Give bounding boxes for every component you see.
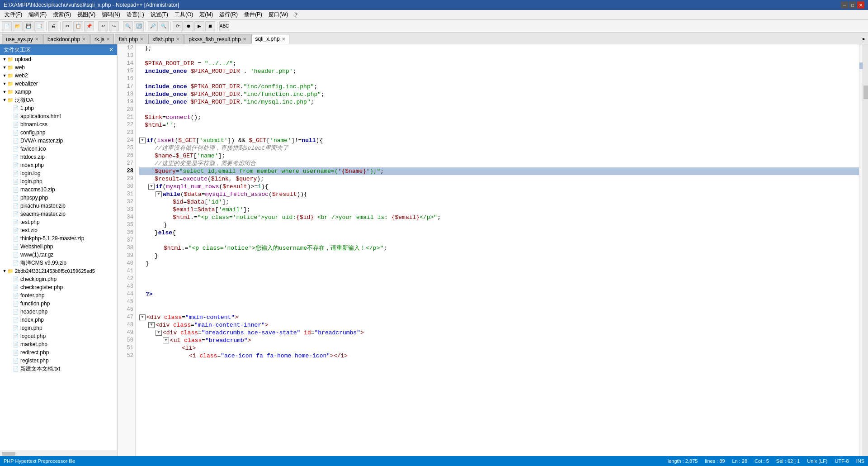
sidebar-hscroll[interactable] <box>0 451 117 456</box>
menu-plugins[interactable]: 插件(P) <box>241 10 265 19</box>
tab-rk-js[interactable]: rk.js ✕ <box>90 34 114 44</box>
sidebar-item-applications[interactable]: 📄 applications.html <box>0 112 117 120</box>
tool-save-all[interactable]: 📑 <box>34 21 44 31</box>
sidebar-item-thinkphp[interactable]: 📄 thinkphp-5.1.29-master.zip <box>0 234 117 243</box>
tool-zoom-in[interactable]: 🔎 <box>148 21 158 31</box>
sidebar-item-market[interactable]: 📄 market.php <box>0 340 117 348</box>
tab-close-icon[interactable]: ✕ <box>106 37 110 42</box>
tab-xfish-php[interactable]: xfish.php ✕ <box>148 34 184 44</box>
sidebar-item-redirect[interactable]: 📄 redirect.php <box>0 348 117 357</box>
sidebar-item-footer[interactable]: 📄 footer.php <box>0 291 117 300</box>
close-button[interactable]: ✕ <box>857 1 864 9</box>
sidebar-item-www[interactable]: 📄 www(1).tar.gz <box>0 251 117 259</box>
sidebar-item-favicon[interactable]: 📄 favicon.ico <box>0 145 117 153</box>
tool-spellcheck[interactable]: ABC <box>219 21 229 31</box>
tab-use-sys-py[interactable]: use_sys.py ✕ <box>2 34 42 44</box>
sidebar-item-config[interactable]: 📄 config.php <box>0 128 117 137</box>
menu-edit[interactable]: 编辑(E) <box>26 10 49 19</box>
menu-language[interactable]: 语言(L) <box>124 10 147 19</box>
tab-close-icon[interactable]: ✕ <box>243 37 246 42</box>
sidebar-item-web[interactable]: ▼ 📁 web <box>0 63 117 71</box>
sidebar-item-logout[interactable]: 📄 logout.php <box>0 332 117 340</box>
menu-run[interactable]: 运行(R) <box>217 10 241 19</box>
sidebar-item-checkregister[interactable]: 📄 checkregister.php <box>0 283 117 291</box>
menu-window[interactable]: 窗口(W) <box>266 10 291 19</box>
tab-fish-php[interactable]: fish.php ✕ <box>115 34 147 44</box>
hscroll-thumb[interactable] <box>2 452 15 456</box>
tool-sync[interactable]: ⟳ <box>173 21 183 31</box>
sidebar-item-web2[interactable]: ▼ 📁 web2 <box>0 71 117 80</box>
sidebar-item-bitnami[interactable]: 📄 bitnami.css <box>0 120 117 128</box>
sidebar-item-testzip[interactable]: 📄 test.zip <box>0 226 117 234</box>
code-lines[interactable]: }; $PIKA_ROOT_DIR = "../../"; include_on… <box>136 44 859 456</box>
sidebar-item-seacms[interactable]: 📄 seacms-master.zip <box>0 210 117 218</box>
sidebar-item-htdocs[interactable]: 📄 htdocs.zip <box>0 153 117 161</box>
sidebar-item-index[interactable]: 📄 index.php <box>0 161 117 169</box>
sidebar-item-pikachu[interactable]: 📄 pikachu-master.zip <box>0 202 117 210</box>
sidebar-item-function[interactable]: 📄 function.php <box>0 300 117 308</box>
tool-cut[interactable]: ✂ <box>62 21 72 31</box>
menu-settings[interactable]: 设置(T) <box>148 10 171 19</box>
tab-close-icon[interactable]: ✕ <box>35 37 38 42</box>
sidebar-item-loginphp[interactable]: 📄 login.php <box>0 177 117 185</box>
tab-sqli-x-php[interactable]: sqli_x.php ✕ <box>251 34 289 44</box>
tool-paste[interactable]: 📌 <box>84 21 94 31</box>
sidebar-item-login2[interactable]: 📄 login.php <box>0 324 117 332</box>
tool-replace[interactable]: 🔄 <box>134 21 144 31</box>
sidebar-item-2bdb[interactable]: ▼ 📁 2bdb24f33121453b8f5c0159625ad5 <box>0 267 117 275</box>
tool-new[interactable]: 📄 <box>2 21 12 31</box>
sidebar-item-haiyang[interactable]: 📄 海洋CMS v9.99.zip <box>0 259 117 267</box>
fold-marker-31[interactable]: ▼ <box>156 191 162 197</box>
fold-marker-48[interactable]: ▼ <box>148 322 155 328</box>
menu-macro[interactable]: 宏(M) <box>197 10 216 19</box>
menu-search[interactable]: 搜索(S) <box>50 10 74 19</box>
fold-marker-30[interactable]: ▼ <box>148 184 155 190</box>
menu-encoding[interactable]: 编码(N) <box>99 10 123 19</box>
sidebar-item-phpspy[interactable]: 📄 phpspy.php <box>0 194 117 202</box>
tool-save[interactable]: 💾 <box>24 21 33 31</box>
tab-backdoor-php[interactable]: backdoor.php ✕ <box>43 34 90 44</box>
tab-close-icon[interactable]: ✕ <box>140 37 143 42</box>
sidebar-item-webshell[interactable]: 📄 Webshell.php <box>0 243 117 251</box>
tool-zoom-out[interactable]: 🔍 <box>159 21 169 31</box>
sidebar-item-1php[interactable]: 📄 1.php <box>0 104 117 112</box>
fold-marker-50[interactable]: ▼ <box>163 338 169 343</box>
sidebar-item-xampp[interactable]: ▼ 📁 xampp <box>0 88 117 96</box>
sidebar-item-register[interactable]: 📄 register.php <box>0 357 117 365</box>
fold-marker-49[interactable]: ▼ <box>156 330 162 336</box>
minimize-button[interactable]: ─ <box>841 1 848 9</box>
scrollbar-thumb[interactable] <box>863 86 868 99</box>
tab-close-icon[interactable]: ✕ <box>282 37 285 42</box>
menu-tools[interactable]: 工具(O) <box>172 10 196 19</box>
restore-button[interactable]: □ <box>849 1 856 9</box>
sidebar-item-header[interactable]: 📄 header.php <box>0 308 117 316</box>
sidebar-item-dvwa[interactable]: 📄 DVWA-master.zip <box>0 137 117 145</box>
tab-close-icon[interactable]: ✕ <box>176 37 179 42</box>
fold-marker-24[interactable]: ▼ <box>139 138 146 143</box>
tool-macro-stop[interactable]: ⏹ <box>205 21 215 31</box>
menu-file[interactable]: 文件(F) <box>2 10 25 19</box>
sidebar-item-webalizer[interactable]: ▼ 📁 webalizer <box>0 80 117 88</box>
sidebar-item-testphp[interactable]: 📄 test.php <box>0 218 117 226</box>
menu-view[interactable]: 视图(V) <box>75 10 98 19</box>
sidebar-item-loginlog[interactable]: 📄 login.log <box>0 169 117 177</box>
tab-pkxss-fish-result[interactable]: pkxss_fish_result.php ✕ <box>184 34 250 44</box>
tool-macro-play[interactable]: ▶ <box>194 21 204 31</box>
sidebar-item-upload[interactable]: ▼ 📁 upload <box>0 55 117 63</box>
tool-open[interactable]: 📂 <box>13 21 23 31</box>
tab-scroll-right[interactable]: ▶ <box>860 34 868 44</box>
fold-marker-47[interactable]: ▼ <box>139 314 146 320</box>
vertical-scrollbar[interactable] <box>863 44 868 456</box>
tool-macro-rec[interactable]: ⏺ <box>184 21 193 31</box>
tab-close-icon[interactable]: ✕ <box>82 37 85 42</box>
sidebar-item-maccms[interactable]: 📄 maccms10.zip <box>0 185 117 194</box>
tool-undo[interactable]: ↩ <box>98 21 108 31</box>
tool-copy[interactable]: 📋 <box>73 21 83 31</box>
tool-print[interactable]: 🖨 <box>48 21 58 31</box>
sidebar-item-checklogin[interactable]: 📄 checklogin.php <box>0 275 117 283</box>
tool-redo[interactable]: ↪ <box>109 21 119 31</box>
sidebar-close-icon[interactable]: ✕ <box>109 47 113 53</box>
tool-find[interactable]: 🔍 <box>123 21 133 31</box>
menu-help[interactable]: ? <box>292 11 300 19</box>
sidebar-item-index2[interactable]: 📄 index.php <box>0 316 117 324</box>
